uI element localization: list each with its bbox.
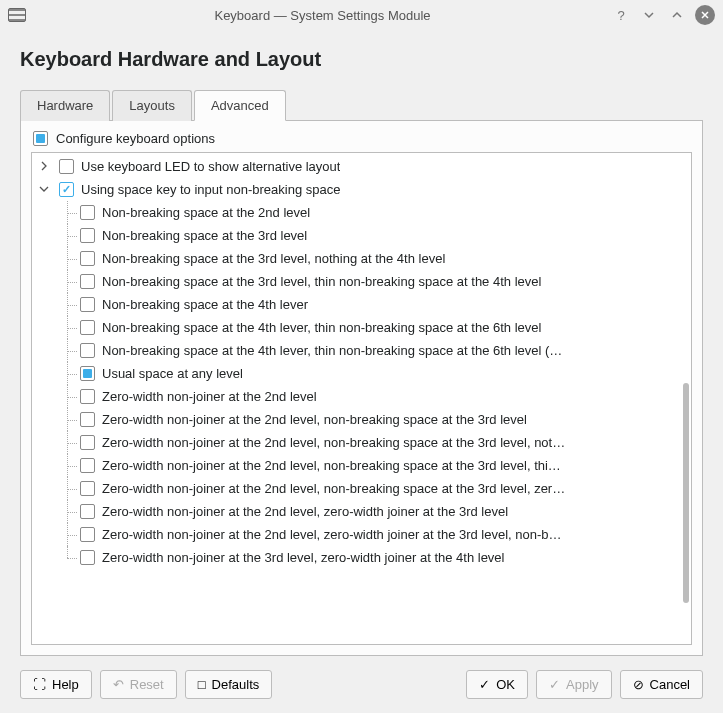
option-label: Zero-width non-joiner at the 2nd level, … <box>102 412 527 427</box>
option-checkbox[interactable] <box>80 504 95 519</box>
help-button-icon: ⛶ <box>33 678 46 691</box>
defaults-button[interactable]: □ Defaults <box>185 670 273 699</box>
option-label: Non-breaking space at the 3rd level, thi… <box>102 274 541 289</box>
tree-row: Non-breaking space at the 3rd level <box>32 224 691 247</box>
titlebar-controls: ? <box>611 5 715 25</box>
configure-row: Configure keyboard options <box>31 131 692 146</box>
reset-button[interactable]: ↶ Reset <box>100 670 177 699</box>
option-checkbox[interactable] <box>80 458 95 473</box>
help-button-label: Help <box>52 677 79 692</box>
option-label: Non-breaking space at the 4th lever <box>102 297 308 312</box>
option-checkbox[interactable] <box>80 550 95 565</box>
tree-row: Non-breaking space at the 4th lever <box>32 293 691 316</box>
tree-row: Non-breaking space at the 4th lever, thi… <box>32 339 691 362</box>
tree-row: Non-breaking space at the 3rd level, thi… <box>32 270 691 293</box>
option-checkbox[interactable] <box>80 297 95 312</box>
tree-row: Non-breaking space at the 4th lever, thi… <box>32 316 691 339</box>
tree-row: Zero-width non-joiner at the 2nd level, … <box>32 477 691 500</box>
cancel-icon: ⊘ <box>633 678 644 691</box>
option-label: Non-breaking space at the 2nd level <box>102 205 310 220</box>
option-label: Zero-width non-joiner at the 2nd level, … <box>102 481 565 496</box>
option-checkbox[interactable] <box>80 274 95 289</box>
option-label: Zero-width non-joiner at the 3rd level, … <box>102 550 505 565</box>
page-title: Keyboard Hardware and Layout <box>20 48 703 71</box>
check-icon: ✓ <box>479 678 490 691</box>
option-label: Zero-width non-joiner at the 2nd level, … <box>102 458 561 473</box>
close-icon[interactable] <box>695 5 715 25</box>
option-checkbox[interactable] <box>80 527 95 542</box>
keyboard-icon <box>8 8 26 22</box>
tree-row: Usual space at any level <box>32 362 691 385</box>
defaults-button-label: Defaults <box>212 677 260 692</box>
option-label: Usual space at any level <box>102 366 243 381</box>
scrollbar[interactable] <box>683 383 689 603</box>
option-label: Zero-width non-joiner at the 2nd level, … <box>102 527 562 542</box>
advanced-panel: Configure keyboard options Use keyboard … <box>20 121 703 656</box>
tree-row: Zero-width non-joiner at the 2nd level, … <box>32 500 691 523</box>
undo-icon: ↶ <box>113 678 124 691</box>
tree-row: Using space key to input non-breaking sp… <box>32 178 691 201</box>
option-label: Non-breaking space at the 4th lever, thi… <box>102 320 541 335</box>
option-label: Non-breaking space at the 3rd level <box>102 228 307 243</box>
option-checkbox[interactable] <box>80 228 95 243</box>
option-checkbox[interactable] <box>80 435 95 450</box>
option-label: Non-breaking space at the 3rd level, not… <box>102 251 445 266</box>
option-label: Zero-width non-joiner at the 2nd level, … <box>102 435 565 450</box>
apply-button-label: Apply <box>566 677 599 692</box>
window-title: Keyboard — System Settings Module <box>34 8 611 23</box>
chevron-down-icon[interactable] <box>38 184 50 196</box>
apply-button[interactable]: ✓ Apply <box>536 670 612 699</box>
reset-button-label: Reset <box>130 677 164 692</box>
tab-layouts[interactable]: Layouts <box>112 90 192 121</box>
content: Keyboard Hardware and Layout Hardware La… <box>0 30 723 656</box>
configure-checkbox[interactable] <box>33 131 48 146</box>
ok-button-label: OK <box>496 677 515 692</box>
option-label: Non-breaking space at the 4th lever, thi… <box>102 343 562 358</box>
tree-row: Zero-width non-joiner at the 2nd level, … <box>32 431 691 454</box>
tree-row: Use keyboard LED to show alternative lay… <box>32 155 691 178</box>
option-checkbox[interactable] <box>80 205 95 220</box>
option-checkbox[interactable] <box>80 343 95 358</box>
minimize-icon[interactable] <box>639 5 659 25</box>
option-checkbox[interactable] <box>80 412 95 427</box>
options-tree: Use keyboard LED to show alternative lay… <box>31 152 692 645</box>
defaults-icon: □ <box>198 678 206 691</box>
option-label: Using space key to input non-breaking sp… <box>81 182 340 197</box>
tab-hardware[interactable]: Hardware <box>20 90 110 121</box>
option-checkbox[interactable] <box>80 481 95 496</box>
option-label: Zero-width non-joiner at the 2nd level <box>102 389 317 404</box>
tree-row: Non-breaking space at the 2nd level <box>32 201 691 224</box>
tree-row: Zero-width non-joiner at the 2nd level, … <box>32 408 691 431</box>
tree-row: Zero-width non-joiner at the 2nd level, … <box>32 454 691 477</box>
help-button[interactable]: ⛶ Help <box>20 670 92 699</box>
configure-label: Configure keyboard options <box>56 131 215 146</box>
chevron-right-icon[interactable] <box>38 161 50 173</box>
button-bar: ⛶ Help ↶ Reset □ Defaults ✓ OK ✓ Apply ⊘… <box>0 656 723 713</box>
maximize-icon[interactable] <box>667 5 687 25</box>
cancel-button-label: Cancel <box>650 677 690 692</box>
ok-button[interactable]: ✓ OK <box>466 670 528 699</box>
tab-bar: Hardware Layouts Advanced <box>20 89 703 121</box>
help-icon[interactable]: ? <box>611 5 631 25</box>
tree-row: Zero-width non-joiner at the 3rd level, … <box>32 546 691 569</box>
option-checkbox[interactable] <box>80 389 95 404</box>
option-checkbox[interactable] <box>80 366 95 381</box>
tree-row: Zero-width non-joiner at the 2nd level <box>32 385 691 408</box>
option-checkbox[interactable] <box>80 251 95 266</box>
option-checkbox[interactable] <box>80 320 95 335</box>
tree-row: Zero-width non-joiner at the 2nd level, … <box>32 523 691 546</box>
option-checkbox[interactable] <box>59 182 74 197</box>
option-label: Zero-width non-joiner at the 2nd level, … <box>102 504 508 519</box>
cancel-button[interactable]: ⊘ Cancel <box>620 670 703 699</box>
check-icon: ✓ <box>549 678 560 691</box>
titlebar: Keyboard — System Settings Module ? <box>0 0 723 30</box>
tree-row: Non-breaking space at the 3rd level, not… <box>32 247 691 270</box>
option-label: Use keyboard LED to show alternative lay… <box>81 159 340 174</box>
tab-advanced[interactable]: Advanced <box>194 90 286 121</box>
option-checkbox[interactable] <box>59 159 74 174</box>
